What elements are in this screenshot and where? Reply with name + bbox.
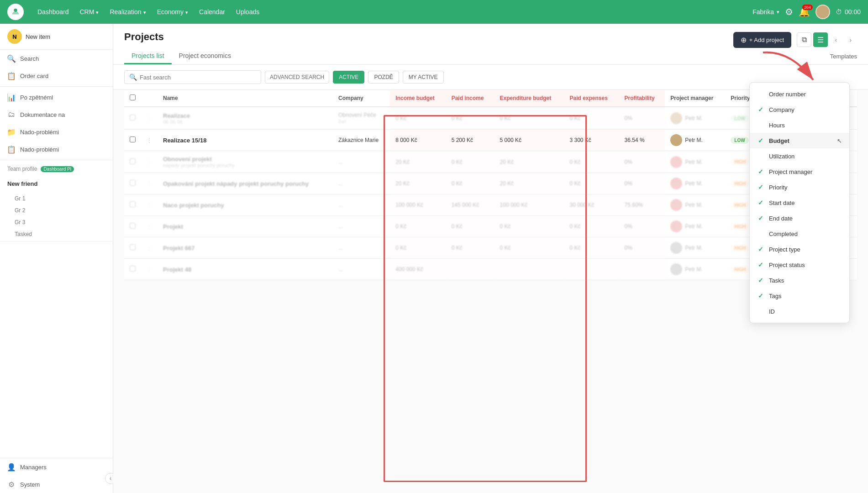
td-checkbox[interactable] [124,216,141,237]
sidebar-item-search[interactable]: 🔍 Search [0,50,113,67]
add-project-button[interactable]: ⊕ + Add project [733,32,791,48]
select-all-checkbox[interactable] [130,94,136,100]
th-checkbox[interactable] [124,90,141,107]
workspace-selector[interactable]: Fabrika [752,8,779,16]
nav-dashboard[interactable]: Dashboard [33,5,74,18]
table-row[interactable]: ⋮ Projekt ... 0 Kč 0 Kč 0 Kč 0 Kč 0% Pet… [124,216,857,237]
dp-item-project-type[interactable]: ✓ Project type [750,241,849,257]
row-checkbox[interactable] [130,244,136,250]
td-drag: ⋮ [141,130,158,151]
sidebar-collapse-btn[interactable]: ‹ [105,473,113,484]
row-checkbox[interactable] [130,223,136,229]
filter-my-active-button[interactable]: MY ACTIVE [403,71,444,84]
sidebar-sub-gr1[interactable]: Gr 1 [0,192,113,204]
sidebar: N New item 🔍 Search 📋 Order card 📊 Po zp… [0,24,113,493]
sidebar-managers[interactable]: 👤 Managers [0,458,113,476]
nav-economy[interactable]: Economy [153,5,193,18]
dp-check-priority: ✓ [757,184,764,191]
table-row[interactable]: ⋮ Realizace06 06 06 Obnovení PéčeBari 0 … [124,107,857,130]
sidebar-new-friend[interactable]: New friend [0,176,113,192]
filter-pozde-button[interactable]: POZDĚ [368,71,399,84]
sidebar-sub-gr3[interactable]: Gr 3 [0,215,113,227]
column-selector-btn[interactable]: ☰ [813,32,828,47]
th-name[interactable]: Name [158,90,333,107]
dp-item-end-date[interactable]: ✓ End date [750,210,849,226]
dp-item-completed[interactable]: Completed [750,226,849,241]
filter-icon-btn[interactable]: ⧉ [797,32,811,47]
app-logo[interactable] [7,4,24,20]
dp-item-id[interactable]: ID [750,304,849,319]
notifications-icon[interactable]: 🔔 264 [799,6,810,17]
filter-active-button[interactable]: ACTIVE [333,71,364,84]
td-paid-income: 5 200 Kč [446,130,494,151]
dp-item-budget[interactable]: ✓ Budget ↖ [750,133,849,148]
td-checkbox[interactable] [124,107,141,130]
td-paid-exp: 30 000 Kč [564,194,619,216]
advanced-search-button[interactable]: ADVANCED SEARCH [265,71,329,84]
sidebar-item-dokumentace[interactable]: 🗂 Dokumentace na [0,106,113,123]
sidebar-item-nado1[interactable]: 📁 Nado-problémi [0,123,113,141]
dp-item-company[interactable]: ✓ Company [750,102,849,117]
dp-item-start-date[interactable]: ✓ Start date [750,195,849,210]
dp-item-hours[interactable]: Hours [750,117,849,133]
templates-link[interactable]: Templates [830,49,857,63]
settings-icon[interactable]: ⚙ [785,6,793,17]
th-paid-expenses[interactable]: Paid expenses [564,90,619,107]
nav-realization[interactable]: Realization [105,5,150,18]
sidebar-sub-tasked[interactable]: Tasked [0,227,113,239]
row-checkbox[interactable] [130,115,136,121]
nav-crm[interactable]: CRM [75,5,104,18]
td-drag: ⋮ [141,259,158,280]
tab-projects-list[interactable]: Projects list [124,48,172,64]
tab-project-economics[interactable]: Project economics [172,48,238,64]
th-income-budget[interactable]: Income budget [390,90,446,107]
th-company[interactable]: Company [333,90,390,107]
dp-item-project-manager[interactable]: ✓ Project manager [750,164,849,179]
td-checkbox[interactable] [124,237,141,259]
row-checkbox[interactable] [130,180,136,186]
dp-label-budget: Budget [769,137,832,144]
user-avatar[interactable] [815,5,830,19]
table-row[interactable]: ⋮ Naco projekt poruchy ... 100 000 Kč 14… [124,194,857,216]
th-profitability[interactable]: Profitability [619,90,665,107]
table-row[interactable]: ⋮ Projekt 48 ... 400 000 Kč Petr M. HIGH… [124,259,857,280]
row-checkbox[interactable] [130,266,136,272]
nav-calendar[interactable]: Calendar [195,5,230,18]
sidebar-item-nado2[interactable]: 📋 Nado-problémi [0,141,113,158]
th-expenditure-budget[interactable]: Expenditure budget [494,90,564,107]
search-input[interactable] [140,74,231,81]
nav-prev-btn[interactable]: ‹ [830,33,842,46]
table-row[interactable]: ⋮ Obnovení projektnápady projekt poruchy… [124,151,857,173]
table-row[interactable]: ⋮ Realizace 15/18 Zákaznice Marie 8 000 … [124,130,857,151]
th-manager[interactable]: Project manager [665,90,725,107]
td-checkbox[interactable] [124,173,141,194]
search-box[interactable]: 🔍 [124,70,261,84]
sidebar-sub-gr2[interactable]: Gr 2 [0,204,113,215]
row-checkbox[interactable] [130,158,136,164]
td-checkbox[interactable] [124,194,141,216]
th-paid-income[interactable]: Paid income [446,90,494,107]
td-checkbox[interactable] [124,151,141,173]
dp-item-project-status[interactable]: ✓ Project status [750,257,849,273]
dp-item-priority[interactable]: ✓ Priority [750,179,849,195]
nav-next-btn[interactable]: › [844,33,857,46]
sidebar-item-order-card[interactable]: 📋 Order card [0,67,113,84]
sidebar-item-po-zpetnem[interactable]: 📊 Po zpětnéml [0,89,113,106]
sidebar-team-section[interactable]: Team profile Dashboard Pl [0,162,113,176]
sidebar-system[interactable]: ⚙ System [0,476,113,493]
nav-uploads[interactable]: Uploads [231,5,264,18]
dp-item-tags[interactable]: ✓ Tags [750,288,849,304]
row-checkbox[interactable] [130,136,136,142]
avatar [670,242,682,254]
dp-item-order-number[interactable]: Order number [750,86,849,102]
table-row[interactable]: ⋮ Projekt 667 ... 0 Kč 0 Kč 0 Kč 0 Kč 0%… [124,237,857,259]
td-paid-exp: 0 Kč [564,237,619,259]
dp-item-tasks[interactable]: ✓ Tasks [750,273,849,288]
dp-check-hours [757,121,764,129]
dp-item-utilization[interactable]: Utilization [750,148,849,164]
td-checkbox[interactable] [124,130,141,151]
sidebar-new-friend-label: New friend [7,180,37,187]
table-row[interactable]: ⋮ Opakování projekt nápady projekt poruc… [124,173,857,194]
td-checkbox[interactable] [124,259,141,280]
row-checkbox[interactable] [130,201,136,207]
